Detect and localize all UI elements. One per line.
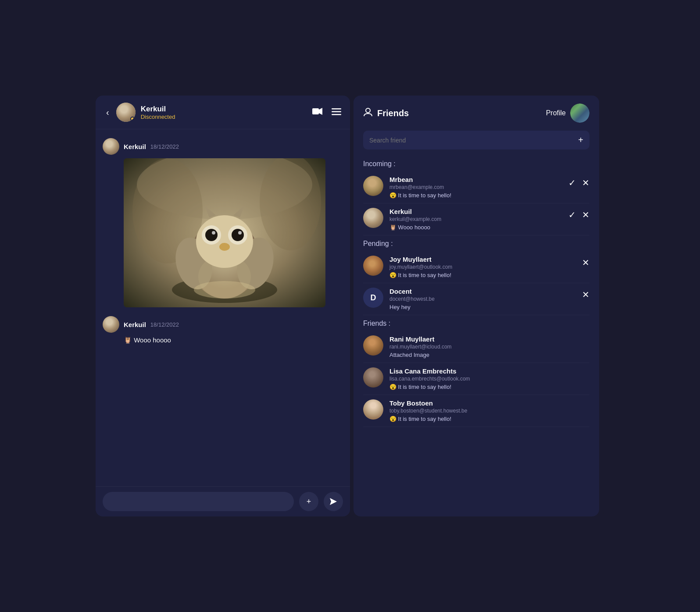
friend-email: docent@howest.be bbox=[389, 296, 576, 302]
add-friend-button[interactable]: + bbox=[578, 135, 583, 145]
svg-point-17 bbox=[212, 231, 215, 235]
avatar bbox=[363, 367, 383, 388]
cancel-button[interactable]: ✕ bbox=[582, 257, 589, 268]
message-group: Kerkuil 18/12/2022 bbox=[103, 138, 343, 307]
friend-actions: ✕ bbox=[582, 289, 589, 300]
profile-avatar-image bbox=[570, 103, 589, 123]
avatar bbox=[103, 138, 119, 155]
friend-info: Kerkuil kerkuil@example.com 🦉 Wooo hoooo bbox=[389, 208, 562, 231]
svg-rect-2 bbox=[332, 108, 341, 110]
friend-email: toby.bostoen@student.howest.be bbox=[389, 408, 589, 414]
add-attachment-button[interactable]: + bbox=[299, 492, 318, 511]
friend-message: 😮 It is time to say hello! bbox=[389, 384, 589, 390]
profile-label[interactable]: Profile bbox=[546, 109, 566, 117]
friend-info: Lisa Cana Embrechts lisa.cana.embrechts@… bbox=[389, 367, 589, 390]
contact-name: Kerkuil bbox=[141, 105, 307, 114]
svg-rect-0 bbox=[312, 108, 319, 114]
friend-name: Toby Bostoen bbox=[389, 399, 589, 407]
friend-actions: ✓ ✕ bbox=[568, 178, 589, 188]
svg-point-19 bbox=[232, 229, 244, 241]
decline-button[interactable]: ✕ bbox=[582, 210, 589, 220]
send-message-button[interactable] bbox=[324, 492, 343, 511]
svg-marker-1 bbox=[319, 108, 322, 115]
avatar bbox=[363, 399, 383, 420]
app-container: ‹ Kerkuil Disconnected bbox=[96, 96, 604, 516]
friend-info: Mrbean mrbean@example.com 😮 It is time t… bbox=[389, 176, 562, 199]
svg-point-21 bbox=[219, 243, 230, 251]
profile-area[interactable]: Profile bbox=[546, 103, 589, 123]
friend-item: Kerkuil kerkuil@example.com 🦉 Wooo hoooo… bbox=[363, 203, 589, 235]
avatar bbox=[363, 176, 383, 196]
svg-point-24 bbox=[194, 281, 255, 299]
friends-panel: Friends Profile + Incoming : Mrbean bbox=[354, 96, 599, 516]
chat-contact-info: Kerkuil Disconnected bbox=[141, 105, 307, 120]
friends-title-area: Friends bbox=[363, 107, 409, 119]
profile-avatar[interactable] bbox=[570, 103, 589, 123]
cancel-button[interactable]: ✕ bbox=[582, 289, 589, 300]
menu-icon[interactable] bbox=[332, 107, 341, 117]
friend-email: rani.muyllaert@icloud.com bbox=[389, 344, 589, 350]
message-time: 18/12/2022 bbox=[150, 321, 179, 328]
svg-rect-4 bbox=[332, 114, 341, 115]
chat-contact-avatar bbox=[116, 103, 136, 122]
chat-input-area: + bbox=[96, 486, 350, 516]
friend-name: Mrbean bbox=[389, 176, 562, 183]
friend-item: Mrbean mrbean@example.com 😮 It is time t… bbox=[363, 171, 589, 203]
search-friend-input[interactable] bbox=[369, 137, 574, 144]
friend-name: Kerkuil bbox=[389, 208, 562, 215]
friend-name: Lisa Cana Embrechts bbox=[389, 367, 589, 375]
friend-email: mrbean@example.com bbox=[389, 184, 562, 190]
friends-list: Incoming : Mrbean mrbean@example.com 😮 I… bbox=[354, 156, 599, 516]
friend-message: 😮 It is time to say hello! bbox=[389, 416, 589, 422]
message-content bbox=[124, 158, 343, 307]
status-indicator bbox=[130, 117, 135, 121]
svg-point-8 bbox=[260, 158, 321, 250]
friend-message: Hey hey bbox=[389, 304, 576, 310]
chat-panel: ‹ Kerkuil Disconnected bbox=[96, 96, 350, 516]
chat-header: ‹ Kerkuil Disconnected bbox=[96, 96, 350, 129]
avatar: D bbox=[363, 288, 383, 308]
svg-point-26 bbox=[366, 108, 370, 113]
friend-name: Rani Muyllaert bbox=[389, 335, 589, 343]
accept-button[interactable]: ✓ bbox=[568, 210, 576, 220]
message-sender: Kerkuil bbox=[124, 143, 146, 150]
header-actions bbox=[312, 107, 341, 117]
friends-title: Friends bbox=[377, 108, 409, 118]
incoming-section-label: Incoming : bbox=[363, 156, 589, 171]
friend-message: 🦉 Wooo hoooo bbox=[389, 224, 562, 231]
pending-section-label: Pending : bbox=[363, 235, 589, 251]
friends-section-label: Friends : bbox=[363, 315, 589, 331]
friend-actions: ✓ ✕ bbox=[568, 210, 589, 220]
decline-button[interactable]: ✕ bbox=[582, 178, 589, 188]
message-meta: Kerkuil 18/12/2022 bbox=[103, 138, 343, 155]
friend-item: Rani Muyllaert rani.muyllaert@icloud.com… bbox=[363, 331, 589, 363]
friend-message: 😮 It is time to say hello! bbox=[389, 192, 562, 199]
friend-item: Joy Muyllaert joy.muyllaert@outlook.com … bbox=[363, 251, 589, 283]
message-meta: Kerkuil 18/12/2022 bbox=[103, 316, 343, 333]
friend-info: Rani Muyllaert rani.muyllaert@icloud.com… bbox=[389, 335, 589, 358]
avatar bbox=[363, 335, 383, 356]
accept-button[interactable]: ✓ bbox=[568, 178, 576, 188]
text-message: 🦉 Wooo hoooo bbox=[124, 336, 343, 344]
friend-item: D Docent docent@howest.be Hey hey ✕ bbox=[363, 283, 589, 315]
friends-header: Friends Profile bbox=[354, 96, 599, 131]
friend-info: Joy Muyllaert joy.muyllaert@outlook.com … bbox=[389, 256, 576, 278]
chat-input[interactable] bbox=[103, 492, 294, 511]
back-button[interactable]: ‹ bbox=[104, 106, 111, 119]
friend-name: Joy Muyllaert bbox=[389, 256, 576, 263]
friends-icon bbox=[363, 107, 373, 119]
contact-status: Disconnected bbox=[141, 114, 307, 120]
avatar bbox=[103, 316, 119, 333]
friend-info: Toby Bostoen toby.bostoen@student.howest… bbox=[389, 399, 589, 422]
svg-marker-25 bbox=[330, 498, 337, 505]
message-time: 18/12/2022 bbox=[150, 143, 179, 150]
avatar bbox=[363, 208, 383, 228]
gif-message bbox=[124, 158, 325, 307]
friend-message: 😮 It is time to say hello! bbox=[389, 272, 576, 278]
friend-item: Toby Bostoen toby.bostoen@student.howest… bbox=[363, 395, 589, 427]
search-bar: + bbox=[363, 131, 589, 149]
video-call-icon[interactable] bbox=[312, 107, 323, 117]
friend-email: kerkuil@example.com bbox=[389, 216, 562, 222]
friend-actions: ✕ bbox=[582, 257, 589, 268]
message-sender: Kerkuil bbox=[124, 321, 146, 328]
